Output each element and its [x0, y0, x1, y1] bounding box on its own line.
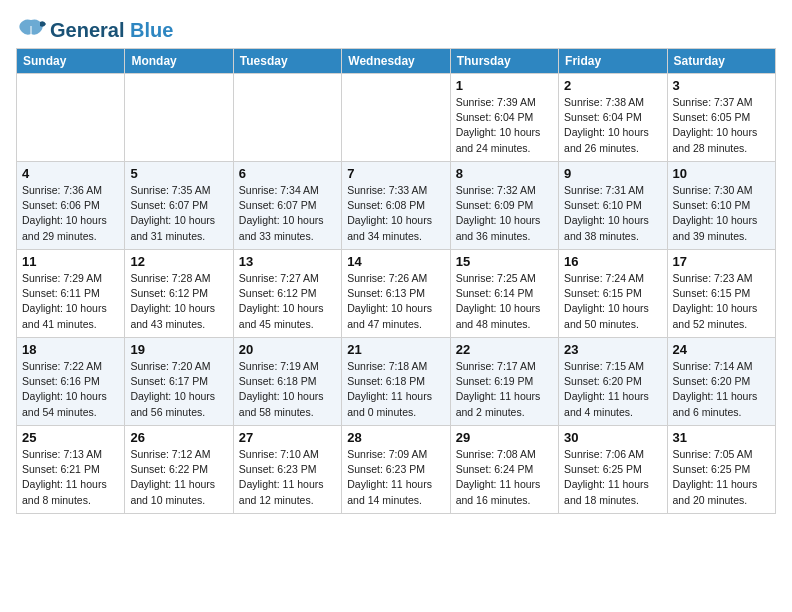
- calendar-cell: 19Sunrise: 7:20 AM Sunset: 6:17 PM Dayli…: [125, 338, 233, 426]
- calendar-cell: 13Sunrise: 7:27 AM Sunset: 6:12 PM Dayli…: [233, 250, 341, 338]
- day-number: 29: [456, 430, 553, 445]
- week-row-5: 25Sunrise: 7:13 AM Sunset: 6:21 PM Dayli…: [17, 426, 776, 514]
- day-number: 11: [22, 254, 119, 269]
- day-info: Sunrise: 7:13 AM Sunset: 6:21 PM Dayligh…: [22, 447, 119, 508]
- calendar-cell: 28Sunrise: 7:09 AM Sunset: 6:23 PM Dayli…: [342, 426, 450, 514]
- day-number: 5: [130, 166, 227, 181]
- calendar-cell: [342, 74, 450, 162]
- day-number: 25: [22, 430, 119, 445]
- day-info: Sunrise: 7:20 AM Sunset: 6:17 PM Dayligh…: [130, 359, 227, 420]
- day-number: 3: [673, 78, 770, 93]
- day-number: 16: [564, 254, 661, 269]
- day-number: 14: [347, 254, 444, 269]
- day-info: Sunrise: 7:38 AM Sunset: 6:04 PM Dayligh…: [564, 95, 661, 156]
- weekday-header-tuesday: Tuesday: [233, 49, 341, 74]
- day-info: Sunrise: 7:39 AM Sunset: 6:04 PM Dayligh…: [456, 95, 553, 156]
- day-number: 18: [22, 342, 119, 357]
- day-number: 17: [673, 254, 770, 269]
- day-number: 30: [564, 430, 661, 445]
- day-info: Sunrise: 7:36 AM Sunset: 6:06 PM Dayligh…: [22, 183, 119, 244]
- calendar-cell: 11Sunrise: 7:29 AM Sunset: 6:11 PM Dayli…: [17, 250, 125, 338]
- calendar-cell: 18Sunrise: 7:22 AM Sunset: 6:16 PM Dayli…: [17, 338, 125, 426]
- day-number: 24: [673, 342, 770, 357]
- day-number: 12: [130, 254, 227, 269]
- calendar-cell: 12Sunrise: 7:28 AM Sunset: 6:12 PM Dayli…: [125, 250, 233, 338]
- day-info: Sunrise: 7:27 AM Sunset: 6:12 PM Dayligh…: [239, 271, 336, 332]
- calendar-cell: 2Sunrise: 7:38 AM Sunset: 6:04 PM Daylig…: [559, 74, 667, 162]
- calendar-cell: 24Sunrise: 7:14 AM Sunset: 6:20 PM Dayli…: [667, 338, 775, 426]
- day-number: 10: [673, 166, 770, 181]
- header: General Blue: [16, 16, 776, 44]
- calendar-cell: 22Sunrise: 7:17 AM Sunset: 6:19 PM Dayli…: [450, 338, 558, 426]
- weekday-header-friday: Friday: [559, 49, 667, 74]
- day-info: Sunrise: 7:18 AM Sunset: 6:18 PM Dayligh…: [347, 359, 444, 420]
- calendar-cell: 5Sunrise: 7:35 AM Sunset: 6:07 PM Daylig…: [125, 162, 233, 250]
- calendar-cell: 6Sunrise: 7:34 AM Sunset: 6:07 PM Daylig…: [233, 162, 341, 250]
- day-number: 23: [564, 342, 661, 357]
- day-info: Sunrise: 7:23 AM Sunset: 6:15 PM Dayligh…: [673, 271, 770, 332]
- day-info: Sunrise: 7:12 AM Sunset: 6:22 PM Dayligh…: [130, 447, 227, 508]
- day-number: 31: [673, 430, 770, 445]
- calendar-cell: 4Sunrise: 7:36 AM Sunset: 6:06 PM Daylig…: [17, 162, 125, 250]
- day-number: 28: [347, 430, 444, 445]
- calendar-cell: 31Sunrise: 7:05 AM Sunset: 6:25 PM Dayli…: [667, 426, 775, 514]
- week-row-2: 4Sunrise: 7:36 AM Sunset: 6:06 PM Daylig…: [17, 162, 776, 250]
- day-info: Sunrise: 7:28 AM Sunset: 6:12 PM Dayligh…: [130, 271, 227, 332]
- calendar-cell: 17Sunrise: 7:23 AM Sunset: 6:15 PM Dayli…: [667, 250, 775, 338]
- logo: General Blue: [16, 16, 173, 44]
- day-info: Sunrise: 7:06 AM Sunset: 6:25 PM Dayligh…: [564, 447, 661, 508]
- day-info: Sunrise: 7:09 AM Sunset: 6:23 PM Dayligh…: [347, 447, 444, 508]
- calendar: SundayMondayTuesdayWednesdayThursdayFrid…: [16, 48, 776, 514]
- calendar-cell: 30Sunrise: 7:06 AM Sunset: 6:25 PM Dayli…: [559, 426, 667, 514]
- weekday-header-saturday: Saturday: [667, 49, 775, 74]
- day-info: Sunrise: 7:30 AM Sunset: 6:10 PM Dayligh…: [673, 183, 770, 244]
- calendar-cell: 29Sunrise: 7:08 AM Sunset: 6:24 PM Dayli…: [450, 426, 558, 514]
- calendar-cell: 10Sunrise: 7:30 AM Sunset: 6:10 PM Dayli…: [667, 162, 775, 250]
- day-number: 9: [564, 166, 661, 181]
- weekday-header-monday: Monday: [125, 49, 233, 74]
- calendar-cell: 16Sunrise: 7:24 AM Sunset: 6:15 PM Dayli…: [559, 250, 667, 338]
- calendar-cell: 8Sunrise: 7:32 AM Sunset: 6:09 PM Daylig…: [450, 162, 558, 250]
- day-number: 15: [456, 254, 553, 269]
- day-info: Sunrise: 7:35 AM Sunset: 6:07 PM Dayligh…: [130, 183, 227, 244]
- weekday-header-row: SundayMondayTuesdayWednesdayThursdayFrid…: [17, 49, 776, 74]
- day-info: Sunrise: 7:32 AM Sunset: 6:09 PM Dayligh…: [456, 183, 553, 244]
- day-number: 4: [22, 166, 119, 181]
- day-number: 2: [564, 78, 661, 93]
- day-info: Sunrise: 7:15 AM Sunset: 6:20 PM Dayligh…: [564, 359, 661, 420]
- day-number: 21: [347, 342, 444, 357]
- day-info: Sunrise: 7:26 AM Sunset: 6:13 PM Dayligh…: [347, 271, 444, 332]
- calendar-cell: 14Sunrise: 7:26 AM Sunset: 6:13 PM Dayli…: [342, 250, 450, 338]
- calendar-cell: 9Sunrise: 7:31 AM Sunset: 6:10 PM Daylig…: [559, 162, 667, 250]
- calendar-cell: 27Sunrise: 7:10 AM Sunset: 6:23 PM Dayli…: [233, 426, 341, 514]
- day-number: 6: [239, 166, 336, 181]
- calendar-cell: [125, 74, 233, 162]
- day-info: Sunrise: 7:08 AM Sunset: 6:24 PM Dayligh…: [456, 447, 553, 508]
- day-number: 22: [456, 342, 553, 357]
- day-info: Sunrise: 7:17 AM Sunset: 6:19 PM Dayligh…: [456, 359, 553, 420]
- day-info: Sunrise: 7:33 AM Sunset: 6:08 PM Dayligh…: [347, 183, 444, 244]
- day-number: 8: [456, 166, 553, 181]
- calendar-cell: 15Sunrise: 7:25 AM Sunset: 6:14 PM Dayli…: [450, 250, 558, 338]
- week-row-4: 18Sunrise: 7:22 AM Sunset: 6:16 PM Dayli…: [17, 338, 776, 426]
- day-number: 27: [239, 430, 336, 445]
- calendar-cell: 26Sunrise: 7:12 AM Sunset: 6:22 PM Dayli…: [125, 426, 233, 514]
- week-row-3: 11Sunrise: 7:29 AM Sunset: 6:11 PM Dayli…: [17, 250, 776, 338]
- day-info: Sunrise: 7:29 AM Sunset: 6:11 PM Dayligh…: [22, 271, 119, 332]
- day-info: Sunrise: 7:22 AM Sunset: 6:16 PM Dayligh…: [22, 359, 119, 420]
- weekday-header-sunday: Sunday: [17, 49, 125, 74]
- calendar-cell: 25Sunrise: 7:13 AM Sunset: 6:21 PM Dayli…: [17, 426, 125, 514]
- day-number: 7: [347, 166, 444, 181]
- day-info: Sunrise: 7:25 AM Sunset: 6:14 PM Dayligh…: [456, 271, 553, 332]
- logo-text: General Blue: [50, 19, 173, 41]
- day-info: Sunrise: 7:19 AM Sunset: 6:18 PM Dayligh…: [239, 359, 336, 420]
- weekday-header-wednesday: Wednesday: [342, 49, 450, 74]
- weekday-header-thursday: Thursday: [450, 49, 558, 74]
- day-number: 13: [239, 254, 336, 269]
- day-number: 26: [130, 430, 227, 445]
- day-number: 19: [130, 342, 227, 357]
- calendar-cell: 7Sunrise: 7:33 AM Sunset: 6:08 PM Daylig…: [342, 162, 450, 250]
- calendar-cell: 21Sunrise: 7:18 AM Sunset: 6:18 PM Dayli…: [342, 338, 450, 426]
- calendar-cell: [233, 74, 341, 162]
- logo-icon: [16, 16, 46, 44]
